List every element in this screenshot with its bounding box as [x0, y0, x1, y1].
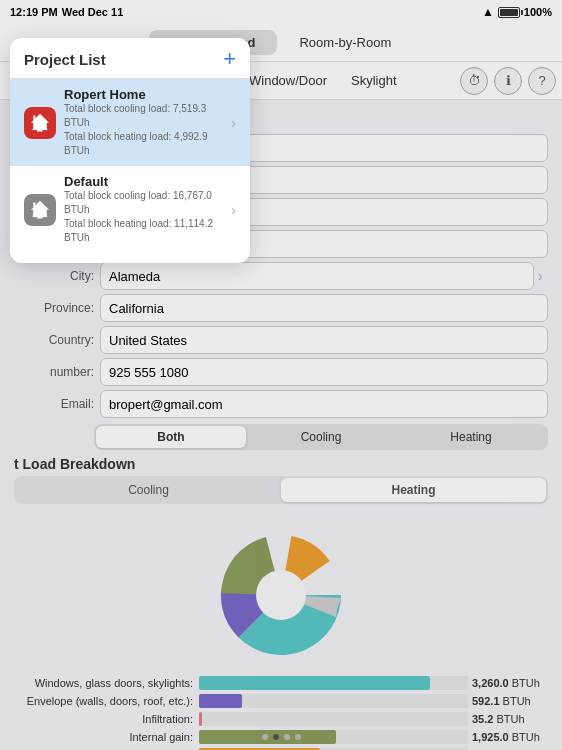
project-info-0: Ropert Home Total block cooling load: 7,…: [64, 87, 231, 158]
project-item[interactable]: 🏠 Ropert Home Total block cooling load: …: [10, 79, 250, 166]
project-sub1-1: Total block cooling load: 16,767.0 BTUh: [64, 189, 231, 217]
project-icon-0: 🏠: [24, 107, 56, 139]
project-info-1: Default Total block cooling load: 16,767…: [64, 174, 231, 245]
project-name-0: Ropert Home: [64, 87, 231, 102]
project-icon-1: 🏠: [24, 194, 56, 226]
project-list: 🏠 Ropert Home Total block cooling load: …: [10, 79, 250, 253]
add-project-button[interactable]: +: [223, 48, 236, 70]
project-item[interactable]: 🏠 Default Total block cooling load: 16,7…: [10, 166, 250, 253]
project-sub2-1: Total block heating load: 11,114.2 BTUh: [64, 217, 231, 245]
panel-header: Project List +: [10, 48, 250, 79]
chevron-right-icon-1: ›: [231, 202, 236, 218]
chevron-right-icon-0: ›: [231, 115, 236, 131]
panel-title: Project List: [24, 51, 106, 68]
project-name-1: Default: [64, 174, 231, 189]
project-panel: Project List + 🏠 Ropert Home Total block…: [10, 38, 250, 263]
project-sub1-0: Total block cooling load: 7,519.3 BTUh: [64, 102, 231, 130]
project-sub2-0: Total block heating load: 4,992.9 BTUh: [64, 130, 231, 158]
